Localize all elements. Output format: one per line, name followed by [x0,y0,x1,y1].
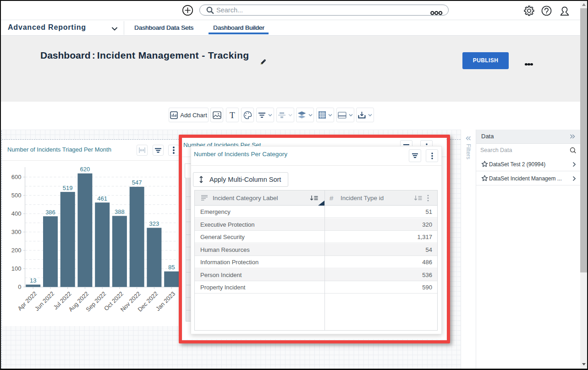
svg-text:388: 388 [115,208,125,215]
svg-text:461: 461 [97,195,107,202]
svg-text:85: 85 [168,264,175,271]
svg-text:300: 300 [11,229,22,235]
svg-text:519: 519 [63,185,73,191]
svg-text:323: 323 [149,220,159,227]
svg-text:500: 500 [11,192,22,199]
svg-text:386: 386 [45,209,55,216]
svg-text:0: 0 [18,283,21,290]
svg-text:200: 200 [11,247,22,254]
svg-text:547: 547 [132,179,142,186]
svg-text:100: 100 [11,265,22,272]
svg-text:400: 400 [11,210,22,217]
svg-text:620: 620 [80,166,90,173]
svg-text:600: 600 [11,174,22,180]
svg-text:13: 13 [30,277,36,284]
